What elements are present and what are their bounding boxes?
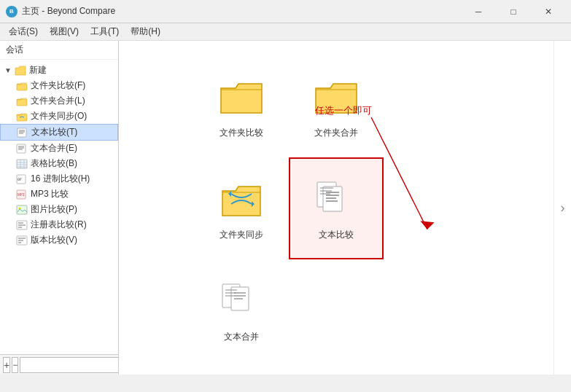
folder-merge-large-icon [314,79,358,116]
svg-text:MP3: MP3 [18,193,25,197]
icon-folder-sync-label: 文件夹同步 [220,229,263,241]
icon-folder-merge[interactable]: 文件夹合并 [289,55,384,157]
svg-rect-3 [18,128,26,137]
sidebar: 会话 ▼ 新建 文件夹比较(F) [0,41,119,375]
sidebar-item-label: 文件夹比较(F) [31,79,85,92]
icon-text-merge-label: 文本合并 [224,331,259,343]
close-button[interactable]: ✕ [532,1,565,22]
folder-compare-large-icon [220,79,263,116]
icon-panel: 文件夹比较 文件夹合并 [119,41,553,375]
window-controls: ─ □ ✕ [462,1,565,22]
svg-rect-7 [17,144,26,153]
icon-folder-compare-label: 文件夹比较 [220,127,263,139]
svg-text:0F: 0F [18,177,22,181]
sidebar-item-label: 16 进制比较(H) [31,173,90,185]
sidebar-item-label: 注册表比较(R) [31,219,87,231]
folder-compare-icon [16,81,28,91]
svg-rect-21 [17,205,27,214]
sidebar-item-text-compare[interactable]: 文本比较(T) [0,124,118,141]
icon-text-merge[interactable]: 文本合并 [194,259,289,361]
svg-rect-0 [17,84,27,90]
folder-sync-icon [16,111,28,122]
title-bar: B 主页 - Beyond Compare ─ □ ✕ [0,0,571,23]
tree-group-new: ▼ 新建 文件夹比较(F) [0,63,118,248]
tree-group-label: 新建 [29,64,47,77]
menu-help[interactable]: 帮助(H) [125,24,166,39]
image-compare-icon [16,205,28,215]
tree-toggle-icon: ▼ [4,66,15,74]
sidebar-item-mp3-compare[interactable]: MP3 MP3 比较 [0,187,118,202]
hex-compare-icon: 0F [16,174,28,184]
text-merge-icon [16,144,28,154]
icon-folder-sync[interactable]: 文件夹同步 [194,157,289,259]
sidebar-item-label: MP3 比较 [31,188,69,200]
sidebar-item-folder-compare[interactable]: 文件夹比较(F) [0,78,118,93]
sidebar-tree: ▼ 新建 文件夹比较(F) [0,60,118,354]
main-layout: 会话 ▼ 新建 文件夹比较(F) [0,41,571,375]
folder-open-icon [15,66,26,76]
menu-view[interactable]: 视图(V) [44,24,85,39]
icon-folder-merge-label: 文件夹合并 [314,127,358,139]
empty-cell-4 [384,259,478,361]
sidebar-item-label: 图片比较(P) [31,203,77,216]
scroll-right-button[interactable]: › [553,41,571,375]
sidebar-item-label: 文本合并(E) [31,142,77,154]
text-compare-icon [17,128,28,138]
window-title: 主页 - Beyond Compare [22,5,115,17]
remove-session-button[interactable]: − [12,357,18,373]
sidebar-item-image-compare[interactable]: 图片比较(P) [0,202,118,217]
session-search-input[interactable] [20,357,119,373]
minimize-button[interactable]: ─ [462,1,495,22]
svg-rect-1 [17,99,27,106]
mp3-compare-icon: MP3 [16,189,28,200]
app-icon: B [6,6,18,17]
menu-session[interactable]: 会话(S) [3,24,44,39]
text-compare-large-icon [316,179,357,220]
empty-cell-2 [384,157,478,259]
registry-compare-icon [16,220,28,230]
sidebar-item-text-merge[interactable]: 文本合并(E) [0,141,118,156]
sidebar-header: 会话 [0,41,118,60]
icon-text-compare[interactable]: 文本比较 [289,157,384,259]
tree-group-header-new[interactable]: ▼ 新建 [0,63,118,78]
icon-folder-compare[interactable]: 文件夹比较 [194,55,289,157]
icon-grid: 文件夹比较 文件夹合并 [119,41,553,376]
svg-rect-2 [17,114,27,121]
version-compare-icon [16,235,28,246]
menu-bar: 会话(S) 视图(V) 工具(T) 帮助(H) [0,23,571,41]
empty-cell-3 [289,259,384,361]
sidebar-item-label: 文本比较(T) [31,126,77,138]
svg-rect-34 [323,187,342,211]
content-area: 文件夹比较 文件夹合并 [119,41,571,375]
folder-sync-large-icon [221,179,262,220]
sidebar-item-folder-sync[interactable]: 文件夹同步(O) [0,109,118,124]
folder-merge-icon [16,96,28,106]
sidebar-item-registry-compare[interactable]: 注册表比较(R) [0,217,118,232]
sidebar-item-label: 文件夹同步(O) [31,110,87,122]
sidebar-item-label: 表格比较(B) [31,157,77,170]
sidebar-item-table-compare[interactable]: 表格比较(B) [0,156,118,171]
sidebar-item-version-compare[interactable]: 版本比较(V) [0,232,118,248]
sidebar-item-hex-compare[interactable]: 0F 16 进制比较(H) [0,171,118,187]
add-session-button[interactable]: + [3,357,10,373]
sidebar-item-folder-merge[interactable]: 文件夹合并(L) [0,93,118,109]
sidebar-footer: + − [0,354,118,375]
table-compare-icon [16,159,28,169]
text-merge-large-icon [221,281,262,322]
empty-cell-1 [384,55,478,157]
menu-tools[interactable]: 工具(T) [85,24,125,39]
icon-text-compare-label: 文本比较 [319,229,354,241]
sidebar-item-label: 版本比较(V) [31,234,77,246]
maximize-button[interactable]: □ [497,1,530,22]
sidebar-item-label: 文件夹合并(L) [31,95,85,107]
